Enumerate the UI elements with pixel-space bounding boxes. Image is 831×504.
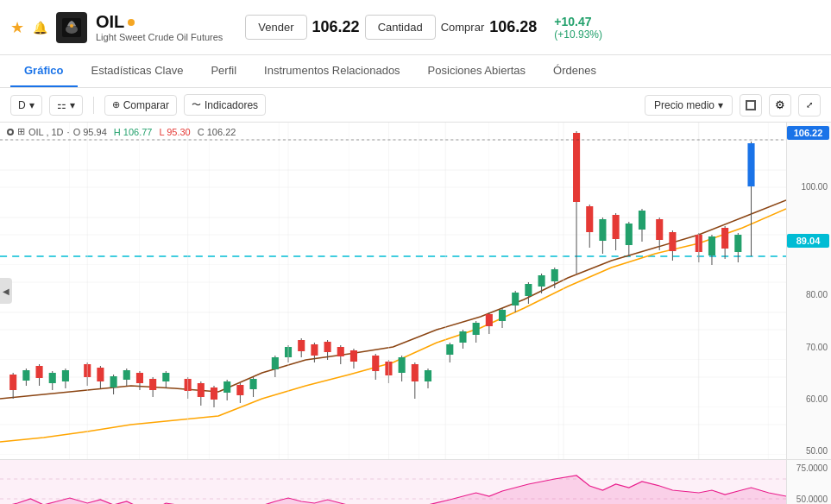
chevron-down-icon3: ▾ <box>718 99 723 111</box>
svg-point-2 <box>70 24 73 28</box>
fullscreen-toggle[interactable] <box>740 94 762 117</box>
svg-rect-102 <box>626 224 633 245</box>
bell-icon[interactable]: 🔔 <box>33 21 47 35</box>
svg-rect-96 <box>586 206 593 232</box>
settings-button[interactable]: ⚙ <box>769 94 791 117</box>
svg-rect-90 <box>538 275 545 287</box>
sub-chart-svg <box>0 460 786 504</box>
ohlc-open: O 95.94 <box>73 127 107 137</box>
star-icon[interactable]: ★ <box>10 18 24 37</box>
svg-rect-42 <box>198 383 205 397</box>
sub-chart-price-axis: 75.0000 50.0000 25.0000 <box>786 460 831 504</box>
svg-rect-62 <box>337 347 344 356</box>
ohlc-values: O 95.94 H 106.77 L 95.30 C 106.22 <box>73 127 236 137</box>
svg-rect-116 <box>734 235 741 252</box>
svg-rect-106 <box>656 219 663 240</box>
svg-rect-118 <box>747 143 754 186</box>
svg-rect-58 <box>311 344 318 356</box>
svg-rect-80 <box>473 323 480 335</box>
current-price-label: 106.22 <box>787 126 829 140</box>
svg-rect-88 <box>525 284 532 296</box>
svg-rect-100 <box>613 215 620 239</box>
svg-rect-52 <box>272 357 279 369</box>
svg-rect-44 <box>211 387 217 400</box>
ticker-subtitle: Light Sweet Crude Oil Futures <box>96 32 223 42</box>
svg-rect-82 <box>486 314 493 326</box>
tab-ordenes[interactable]: Órdenes <box>539 55 610 87</box>
svg-rect-20 <box>36 366 43 378</box>
indicators-label: Indicadores <box>205 99 258 111</box>
svg-rect-32 <box>123 370 130 380</box>
tab-posiciones[interactable]: Posiciones Abiertas <box>414 55 539 87</box>
dot-sep: · <box>67 127 70 137</box>
svg-rect-28 <box>97 368 104 381</box>
svg-rect-18 <box>22 370 29 381</box>
sub-price-75: 75.0000 <box>787 463 831 473</box>
left-arrow[interactable]: ◀ <box>0 278 12 304</box>
change-value: +10.47 <box>554 15 591 28</box>
svg-rect-50 <box>249 379 256 389</box>
indicators-button[interactable]: 〜 Indicadores <box>184 94 266 116</box>
tab-grafico[interactable]: Gráfico <box>10 55 78 87</box>
cantidad-button[interactable]: Cantidad <box>365 15 436 40</box>
svg-rect-86 <box>512 293 519 306</box>
chart-toolbar: D ▾ ⚏ ▾ ⊕ Comparar 〜 Indicadores Precio … <box>0 88 831 123</box>
change-block: +10.47 (+10.93%) <box>554 15 602 41</box>
buy-label: Comprar <box>441 21 485 34</box>
svg-rect-34 <box>136 373 143 383</box>
chart-symbol: OIL , 1D <box>28 127 64 137</box>
svg-rect-74 <box>425 370 431 381</box>
tab-instrumentos[interactable]: Instrumentos Relacionados <box>250 55 414 87</box>
svg-rect-48 <box>236 385 243 395</box>
sub-price-50: 50.0000 <box>787 495 831 504</box>
svg-rect-24 <box>62 370 69 381</box>
svg-rect-72 <box>412 364 419 381</box>
svg-rect-16 <box>9 375 16 390</box>
oil-logo <box>56 12 87 43</box>
compare-label: Comparar <box>123 99 169 111</box>
sell-button[interactable]: Vender <box>245 15 306 40</box>
chevron-down-icon2: ▾ <box>70 99 75 111</box>
gear-icon: ⚙ <box>775 98 785 111</box>
main-chart: ◀ ⊞ OIL , 1D · O 95.94 H 106.77 L 95.30 … <box>0 123 831 459</box>
svg-rect-36 <box>149 379 156 390</box>
svg-rect-66 <box>372 356 379 371</box>
tab-perfil[interactable]: Perfil <box>197 55 250 87</box>
candlestick-icon: ⚏ <box>57 99 66 111</box>
svg-rect-30 <box>110 376 117 387</box>
precio-medio-button[interactable]: Precio medio ▾ <box>645 95 733 116</box>
price-50: 50.00 <box>787 446 831 456</box>
wave-icon: 〜 <box>192 98 201 111</box>
svg-rect-104 <box>639 211 645 230</box>
svg-rect-64 <box>350 350 357 362</box>
timeframe-button[interactable]: D ▾ <box>10 95 42 116</box>
svg-rect-112 <box>708 236 715 255</box>
precio-medio-label: Precio medio <box>654 99 715 111</box>
price-60: 60.00 <box>787 394 831 404</box>
svg-rect-98 <box>599 219 606 241</box>
square-icon <box>746 100 756 110</box>
ticker-dot <box>128 19 135 26</box>
price-100: 100.00 <box>787 182 831 192</box>
buy-price: 106.28 <box>489 18 537 36</box>
svg-rect-92 <box>551 269 558 281</box>
tabs-bar: Gráfico Estadísticas Clave Perfil Instru… <box>0 55 831 88</box>
compare-icon: ⊕ <box>112 99 120 110</box>
tab-estadisticas[interactable]: Estadísticas Clave <box>78 55 198 87</box>
expand-button[interactable]: ⤢ <box>798 94 821 117</box>
ohlc-high: H 106.77 <box>114 127 153 137</box>
chart-type-button[interactable]: ⚏ ▾ <box>49 95 83 116</box>
price-80: 80.00 <box>787 290 831 299</box>
separator1 <box>93 97 94 114</box>
compare-button[interactable]: ⊕ Comparar <box>104 95 177 116</box>
svg-rect-114 <box>721 228 728 249</box>
ticker-title: OIL <box>96 12 223 32</box>
sell-price: 106.22 <box>312 18 360 36</box>
svg-rect-38 <box>162 373 169 381</box>
svg-rect-94 <box>573 133 580 202</box>
price-axis: 106.22 100.00 89.04 80.00 70.00 60.00 50… <box>786 123 831 459</box>
change-pct: (+10.93%) <box>554 28 602 41</box>
sub-chart: TV Chart by TradingView 75.0000 50.0000 … <box>0 459 831 504</box>
title-block: OIL Light Sweet Crude Oil Futures <box>96 12 223 42</box>
svg-rect-78 <box>459 331 466 343</box>
